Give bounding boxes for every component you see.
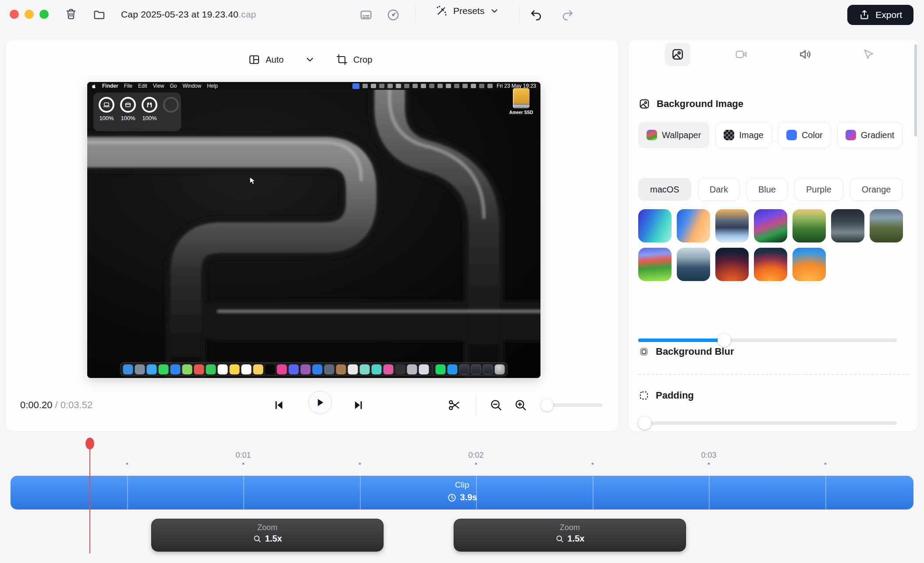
zoom-in-icon [514, 398, 528, 412]
zoom-segment[interactable]: Zoom1.5x [151, 519, 384, 552]
menubar-menus: FileEditViewGoWindowHelp [124, 83, 218, 89]
close-window-button[interactable] [10, 10, 19, 19]
image-icon [671, 47, 685, 61]
wallpaper-thumb-autumn-hills[interactable] [870, 209, 903, 242]
category-pill-orange[interactable]: Orange [850, 178, 903, 201]
image-icon [638, 98, 650, 110]
background-blur-title: Background Blur [656, 346, 734, 357]
captions-button[interactable] [359, 8, 373, 21]
menubar-app-name: Finder [102, 83, 118, 89]
category-pill-blue[interactable]: Blue [746, 178, 788, 201]
playhead-line [89, 444, 90, 553]
tab-background[interactable] [665, 43, 690, 66]
category-pill-dark[interactable]: Dark [698, 178, 740, 201]
project-title-extension: .cap [238, 9, 256, 19]
aspect-ratio-button[interactable]: Auto [248, 50, 315, 70]
dock-app-icon [348, 364, 358, 374]
laptop-icon [103, 101, 110, 109]
wallpaper-thumb-dark-forest[interactable] [831, 209, 864, 242]
undo-button[interactable] [530, 8, 543, 21]
mode-label: Color [802, 130, 823, 140]
tab-audio[interactable] [793, 43, 818, 66]
video-preview[interactable]: Finder FileEditViewGoWindowHelp Fri 23 M… [87, 82, 540, 378]
recorded-menubar: Finder FileEditViewGoWindowHelp Fri 23 M… [87, 82, 540, 90]
timeline-zoom-in-button[interactable] [511, 395, 531, 415]
dock-app-icon [301, 364, 311, 374]
performance-button[interactable] [387, 8, 400, 21]
battery-item-airpods: 100% [142, 97, 157, 131]
crop-button[interactable]: Crop [336, 50, 372, 70]
settings-sidebar: Background Image Wallpaper Image Color G… [628, 39, 919, 432]
background-blur-slider[interactable] [638, 339, 897, 342]
split-clip-button[interactable] [444, 395, 464, 415]
redo-button[interactable] [561, 8, 574, 21]
wallpaper-thumb-ventura-dark[interactable] [715, 248, 749, 281]
playhead-handle[interactable] [85, 438, 94, 449]
wallpaper-thumb-misty-lake[interactable] [715, 209, 749, 242]
minimize-window-button[interactable] [25, 10, 34, 19]
recorded-dock [120, 362, 508, 376]
toolbar-divider [519, 6, 520, 23]
menubar-status-icon [471, 84, 476, 88]
skip-to-start-button[interactable] [269, 395, 289, 415]
mode-label: Gradient [861, 130, 895, 140]
wallpaper-thumb-sonoma-dark[interactable] [754, 209, 787, 242]
dock-app-icon [436, 364, 446, 374]
chevron-down-icon [305, 54, 315, 65]
wallpaper-thumb-sequoia-sunrise[interactable] [677, 209, 710, 242]
battery-empty-slot [163, 97, 179, 113]
dock-app-icon [372, 364, 382, 374]
wallpaper-thumb-ventura-day[interactable] [793, 248, 826, 281]
dock-app-icon [135, 364, 145, 374]
current-time: 0:00.20 [20, 399, 52, 410]
category-pill-macos[interactable]: macOS [638, 178, 691, 201]
wallpaper-thumb-ventura-orange[interactable] [754, 248, 787, 281]
skip-to-end-button[interactable] [348, 395, 369, 415]
padding-slider[interactable] [638, 421, 897, 425]
tab-camera[interactable] [729, 43, 754, 66]
total-duration: 0:03.52 [60, 399, 92, 410]
mode-image-button[interactable]: Image [715, 122, 772, 148]
wallpaper-thumb-green-fields[interactable] [793, 209, 826, 242]
category-pill-purple[interactable]: Purple [794, 178, 843, 201]
wallpaper-thumb-fjord-river[interactable] [677, 248, 710, 281]
dock-app-icon [171, 364, 181, 374]
app-window: Cap 2025-05-23 at 19.23.40.cap Presets E… [0, 0, 924, 563]
playback-time: 0:00.20 / 0:03.52 [20, 399, 92, 411]
mode-gradient-button[interactable]: Gradient [837, 122, 903, 148]
wallpaper-thumb-sonoma-light[interactable] [638, 248, 672, 281]
timeline-zoom-out-button[interactable] [486, 395, 506, 415]
battery-widget: 100% 100% 100% [93, 93, 181, 131]
background-mode-buttons: Wallpaper Image Color Gradient [638, 122, 903, 148]
dock-app-icon [483, 364, 493, 374]
zoom-segment[interactable]: Zoom1.5x [454, 519, 686, 552]
zoom-window-button[interactable] [39, 10, 49, 19]
menubar-status-icon [387, 84, 393, 88]
airpods-case-icon [124, 101, 132, 109]
timeline-zoom-slider-thumb[interactable] [541, 399, 553, 411]
timeline-zoom-slider[interactable] [541, 403, 602, 407]
play-button[interactable] [308, 391, 332, 414]
mode-wallpaper-button[interactable]: Wallpaper [638, 122, 709, 148]
dock-app-icon [159, 364, 169, 374]
gradient-swatch-icon [846, 130, 856, 140]
dock-app-icon [336, 364, 346, 374]
chevron-down-icon [490, 6, 499, 16]
padding-slider-thumb[interactable] [638, 417, 651, 430]
background-blur-slider-thumb[interactable] [718, 334, 731, 347]
clip-duration-value: 3.9s [460, 492, 477, 502]
mode-color-button[interactable]: Color [778, 122, 831, 148]
export-button[interactable]: Export [847, 5, 913, 25]
timeline-clip[interactable]: Clip 3.9s [11, 476, 913, 510]
sidebar-scrollbar[interactable] [914, 44, 917, 136]
presets-label: Presets [453, 6, 484, 16]
open-project-folder-button[interactable] [93, 8, 106, 21]
background-image-title: Background Image [657, 98, 743, 110]
presets-button[interactable]: Presets [435, 4, 499, 18]
wallpaper-thumb-sequoia-blue[interactable] [638, 209, 672, 242]
airpods-icon [146, 101, 153, 109]
tab-cursor[interactable] [856, 43, 881, 66]
delete-project-button[interactable] [65, 8, 77, 20]
clip-gridline [243, 476, 244, 510]
play-icon [314, 397, 326, 408]
